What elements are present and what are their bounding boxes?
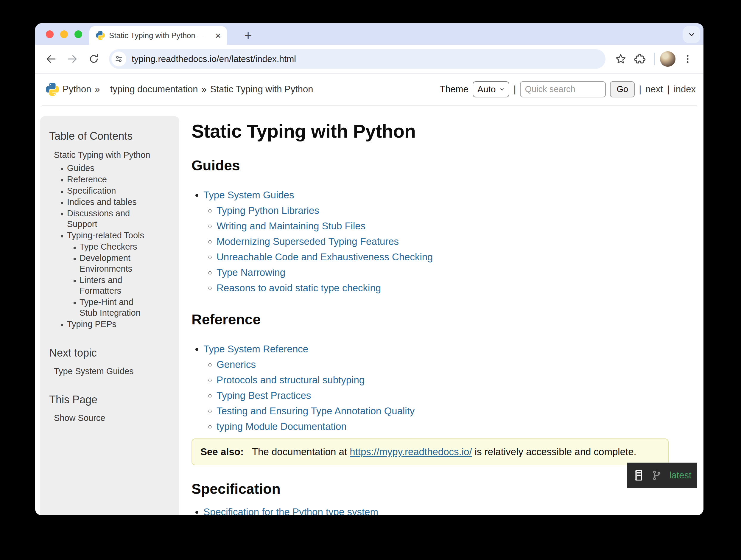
new-tab-button[interactable]: +	[240, 27, 256, 44]
toc-link-tools[interactable]: Typing-related Tools	[67, 231, 144, 240]
link-testing-quality[interactable]: Testing and Ensuring Type Annotation Qua…	[216, 406, 415, 417]
theme-select[interactable]: Auto	[473, 81, 510, 98]
docs-header-tools: Theme Auto | Go | next | index	[440, 81, 696, 98]
toc-item-guides: Guides	[67, 163, 148, 173]
link-unreachable-code[interactable]: Unreachable Code and Exhaustiveness Chec…	[216, 251, 433, 262]
window-close-button[interactable]	[46, 30, 54, 38]
header-divider: |	[667, 84, 670, 95]
python-favicon-icon	[96, 31, 105, 40]
back-button[interactable]	[42, 50, 60, 68]
extensions-button[interactable]	[631, 50, 649, 68]
browser-tab[interactable]: Static Typing with Python — typ ×	[89, 26, 227, 45]
link-type-system-guides[interactable]: Type System Guides	[203, 189, 294, 200]
desktop-background: Static Typing with Python — typ × +	[0, 0, 741, 560]
link-generics[interactable]: Generics	[216, 359, 256, 370]
list-item: Specification for the Python type system	[203, 504, 669, 515]
traffic-lights	[46, 30, 82, 38]
breadcrumb-separator: »	[201, 84, 206, 95]
link-type-system-reference[interactable]: Type System Reference	[203, 344, 308, 355]
tab-search-button[interactable]	[683, 26, 700, 43]
link-best-practices[interactable]: Typing Best Practices	[216, 390, 311, 401]
section-heading-reference: Reference	[192, 311, 669, 328]
window-zoom-button[interactable]	[74, 30, 82, 38]
breadcrumb-current-page: Static Typing with Python	[210, 84, 313, 95]
address-bar[interactable]: typing.readthedocs.io/en/latest/index.ht…	[109, 49, 605, 69]
list-item: Unreachable Code and Exhaustiveness Chec…	[216, 249, 669, 265]
python-logo-icon	[46, 83, 59, 96]
show-source-link-wrap: Show Source	[54, 413, 171, 423]
browser-toolbar: typing.readthedocs.io/en/latest/index.ht…	[35, 45, 703, 74]
toc-item-typing-peps: Typing PEPs	[67, 319, 148, 329]
seealso-text: The documentation at	[252, 446, 347, 457]
toc-link-indices[interactable]: Indices and tables	[67, 197, 137, 207]
link-modernizing-features[interactable]: Modernizing Superseded Typing Features	[216, 236, 399, 247]
reload-button[interactable]	[85, 50, 103, 68]
list-item: Type System Reference Generics Protocols…	[203, 341, 669, 434]
breadcrumb-project-link[interactable]: typing documentation	[110, 84, 198, 95]
toc-link-typing-peps[interactable]: Typing PEPs	[67, 319, 117, 329]
section-heading-specification: Specification	[192, 481, 669, 497]
window-minimize-button[interactable]	[60, 30, 68, 38]
puzzle-icon	[634, 53, 646, 65]
chevron-down-icon	[688, 31, 695, 39]
header-divider: |	[639, 84, 641, 95]
tab-close-icon[interactable]: ×	[213, 31, 223, 40]
breadcrumb-separator: »	[95, 84, 100, 95]
list-item: typing Module Documentation	[216, 419, 669, 434]
browser-menu-button[interactable]	[679, 50, 696, 68]
profile-avatar[interactable]	[660, 51, 675, 67]
toc-link-specification[interactable]: Specification	[67, 186, 116, 195]
forward-button[interactable]	[64, 50, 81, 68]
list-item: Testing and Ensuring Type Annotation Qua…	[216, 403, 669, 419]
toc-link-reference[interactable]: Reference	[67, 175, 107, 184]
index-link[interactable]: index	[674, 84, 696, 95]
toc-link-static-typing[interactable]: Static Typing with Python	[54, 150, 150, 160]
toc-link-dev-environments[interactable]: Development Environments	[79, 253, 132, 273]
list-item: Type System Guides Typing Python Librari…	[203, 187, 669, 296]
rtd-version-label: latest	[669, 470, 691, 481]
search-go-button[interactable]: Go	[610, 81, 635, 98]
list-item: Type Narrowing	[216, 265, 669, 280]
next-topic-link[interactable]: Type System Guides	[54, 366, 134, 376]
toc-link-stub-integration[interactable]: Type-Hint and Stub Integration	[79, 297, 141, 317]
mypy-docs-link[interactable]: https://mypy.readthedocs.io/	[350, 446, 472, 457]
sidebar: Table of Contents Static Typing with Pyt…	[40, 116, 179, 515]
page-title: Static Typing with Python	[192, 120, 669, 142]
seealso-text: is relatively accessible and complete.	[475, 446, 636, 457]
back-arrow-icon	[45, 53, 57, 65]
link-typing-module-docs[interactable]: typing Module Documentation	[216, 421, 347, 432]
toc-item-tools: Typing-related Tools Type Checkers Devel…	[67, 230, 148, 318]
toc-item-dev-environments: Development Environments	[79, 253, 148, 274]
toc-link-guides[interactable]: Guides	[67, 163, 94, 173]
rtd-version-flyout[interactable]: latest	[627, 462, 697, 488]
show-source-link[interactable]: Show Source	[54, 413, 106, 423]
page-content: Python » typing documentation » Static T…	[35, 74, 703, 515]
next-topic-title: Next topic	[49, 347, 171, 359]
toc-root-item: Static Typing with Python Guides Referen…	[54, 149, 171, 329]
list-item: Modernizing Superseded Typing Features	[216, 234, 669, 249]
chevron-down-icon	[499, 86, 505, 92]
toc-link-discussions[interactable]: Discussions and Support	[67, 208, 130, 229]
link-type-narrowing[interactable]: Type Narrowing	[216, 267, 285, 278]
link-reasons-to-avoid[interactable]: Reasons to avoid static type checking	[216, 283, 381, 293]
link-spec-python-type-system[interactable]: Specification for the Python type system	[203, 506, 378, 515]
search-input[interactable]	[520, 81, 606, 98]
section-heading-guides: Guides	[192, 157, 669, 174]
link-typing-python-libraries[interactable]: Typing Python Libraries	[216, 205, 319, 216]
breadcrumb-home-link[interactable]: Python	[63, 84, 91, 95]
this-page-title: This Page	[49, 393, 171, 406]
list-item: Reasons to avoid static type checking	[216, 280, 669, 296]
git-branch-icon	[651, 470, 662, 481]
site-info-button[interactable]	[112, 52, 126, 66]
link-protocols[interactable]: Protocols and structural subtyping	[216, 374, 364, 385]
next-page-link[interactable]: next	[646, 84, 663, 95]
list-item: Typing Python Libraries	[216, 203, 669, 219]
tab-title: Static Typing with Python — typ	[109, 30, 213, 41]
bookmark-button[interactable]	[612, 50, 629, 68]
toc-link-linters[interactable]: Linters and Formatters	[79, 275, 122, 296]
toc-item-discussions: Discussions and Support	[67, 208, 148, 229]
tune-icon	[114, 55, 123, 63]
list-item: Protocols and structural subtyping	[216, 372, 669, 388]
link-writing-stub-files[interactable]: Writing and Maintaining Stub Files	[216, 221, 365, 232]
toc-link-type-checkers[interactable]: Type Checkers	[79, 242, 137, 251]
